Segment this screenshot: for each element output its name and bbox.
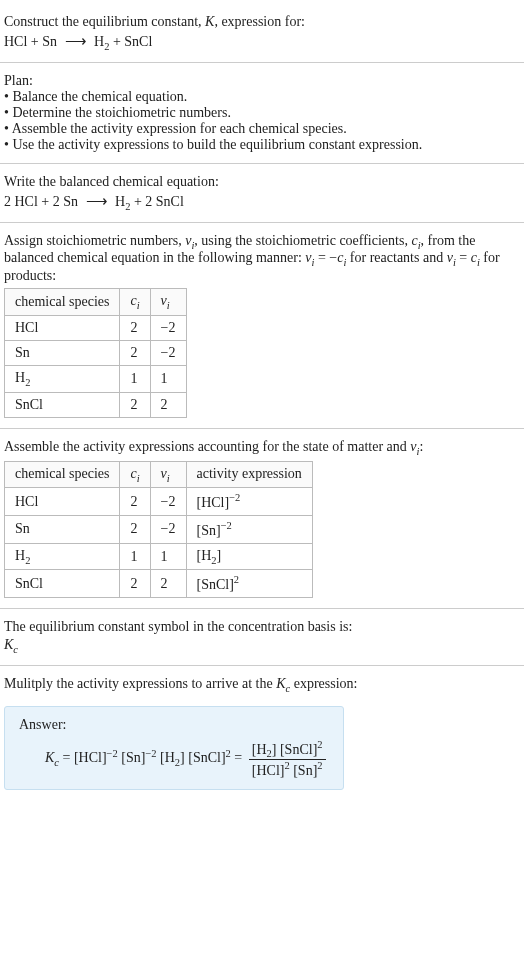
stoich-section: Assign stoichiometric numbers, νi, using… <box>0 227 524 424</box>
denominator: [HCl]2 [Sn]2 <box>249 760 326 779</box>
intro-line: Construct the equilibrium constant, K, e… <box>4 14 520 30</box>
bal-sn: 2 Sn <box>53 194 78 209</box>
num-a: [H <box>252 741 267 756</box>
cell-activity: [HCl]−2 <box>186 488 312 516</box>
table-header-row: chemical species ci νi activity expressi… <box>5 461 313 488</box>
plus2: + <box>130 194 145 209</box>
table-header-row: chemical species ci νi <box>5 289 187 316</box>
eq2: = <box>231 750 246 765</box>
cell-ci: 2 <box>120 570 150 598</box>
cell-species: HCl <box>5 488 120 516</box>
assemble-text: Assemble the activity expressions accoun… <box>4 439 520 457</box>
kc-symbol: Kc <box>4 637 520 655</box>
balanced-title: Write the balanced chemical equation: <box>4 174 520 190</box>
cell-species: SnCl <box>5 392 120 417</box>
cell-species: H2 <box>5 543 120 570</box>
answer-box: Answer: Kc = [HCl]−2 [Sn]−2 [H2] [SnCl]2… <box>4 706 344 790</box>
kc-intro-section: The equilibrium constant symbol in the c… <box>0 613 524 661</box>
table-row: Sn 2 −2 <box>5 340 187 365</box>
den-b: [Sn] <box>290 763 318 778</box>
table-row: SnCl 2 2 [SnCl]2 <box>5 570 313 598</box>
cell-nu: −2 <box>150 516 186 544</box>
th-ci: ci <box>120 289 150 316</box>
den-bexp: 2 <box>317 760 322 771</box>
plan-item-1: • Balance the chemical equation. <box>4 89 520 105</box>
bal-hcl: 2 HCl <box>4 194 38 209</box>
cell-species: H2 <box>5 365 120 392</box>
act-base: [Sn] <box>197 523 221 538</box>
den-a: [HCl] <box>252 763 285 778</box>
th-species: chemical species <box>5 461 120 488</box>
table-row: Sn 2 −2 [Sn]−2 <box>5 516 313 544</box>
stoich-a: Assign stoichiometric numbers, <box>4 233 185 248</box>
table-row: SnCl 2 2 <box>5 392 187 417</box>
num-aexp: 2 <box>317 739 322 750</box>
intro-K: K <box>205 14 214 29</box>
th-nu: νi <box>150 461 186 488</box>
cell-activity: [H2] <box>186 543 312 570</box>
t2: [Sn] <box>118 750 146 765</box>
plan-item-4: • Use the activity expressions to build … <box>4 137 520 153</box>
K: K <box>45 750 54 765</box>
divider <box>0 665 524 666</box>
divider <box>0 163 524 164</box>
K-csub: c <box>13 644 18 655</box>
plus2: + <box>109 34 124 49</box>
cell-nu: −2 <box>150 340 186 365</box>
fraction: [H2] [SnCl]2[HCl]2 [Sn]2 <box>249 739 326 779</box>
kc-intro-line: The equilibrium constant symbol in the c… <box>4 619 520 635</box>
eq: = <box>59 750 74 765</box>
act-exp: −2 <box>221 520 232 531</box>
th-ci: ci <box>120 461 150 488</box>
assemble-section: Assemble the activity expressions accoun… <box>0 433 524 604</box>
cell-nu: 2 <box>150 570 186 598</box>
e2: −2 <box>145 747 156 758</box>
divider <box>0 222 524 223</box>
cell-species: SnCl <box>5 570 120 598</box>
numerator: [H2] [SnCl]2 <box>249 739 326 760</box>
arrow-icon: ⟶ <box>86 192 108 209</box>
nu-i: i <box>167 300 170 311</box>
sp-sub: 2 <box>25 377 30 388</box>
cell-ci: 2 <box>120 488 150 516</box>
cell-species: Sn <box>5 516 120 544</box>
cell-species: Sn <box>5 340 120 365</box>
plus: + <box>27 34 42 49</box>
act-base: [SnCl] <box>197 577 234 592</box>
eq-hcl: HCl <box>4 34 27 49</box>
balanced-section: Write the balanced chemical equation: 2 … <box>0 168 524 218</box>
e1: −2 <box>107 747 118 758</box>
intro-equation: HCl + Sn ⟶ H2 + SnCl <box>4 32 520 52</box>
answer-equation: Kc = [HCl]−2 [Sn]−2 [H2] [SnCl]2 = [H2] … <box>19 739 329 779</box>
divider <box>0 608 524 609</box>
sp: H <box>15 370 25 385</box>
intro-post: , expression for: <box>214 14 305 29</box>
cell-ci: 2 <box>120 340 150 365</box>
sp: SnCl <box>15 397 43 412</box>
K: K <box>4 637 13 652</box>
t4: [SnCl] <box>185 750 226 765</box>
cell-ci: 2 <box>120 516 150 544</box>
table-row: HCl 2 −2 <box>5 315 187 340</box>
sp: Sn <box>15 345 30 360</box>
t1: [HCl] <box>74 750 107 765</box>
table-row: H2 1 1 [H2] <box>5 543 313 570</box>
assemble-b: : <box>419 439 423 454</box>
cell-ci: 1 <box>120 365 150 392</box>
stoich-text: Assign stoichiometric numbers, νi, using… <box>4 233 520 285</box>
intro-pre: Construct the equilibrium constant, <box>4 14 205 29</box>
plan-section: Plan: • Balance the chemical equation. •… <box>0 67 524 159</box>
arrow-icon: ⟶ <box>65 32 87 49</box>
t3: [H <box>157 750 175 765</box>
sp: H <box>15 548 25 563</box>
cell-species: HCl <box>5 315 120 340</box>
ci-i: i <box>137 300 140 311</box>
eq-neg: = − <box>314 250 337 265</box>
multiply-line: Mulitply the activity expressions to arr… <box>4 676 520 694</box>
cell-ci: 2 <box>120 315 150 340</box>
act-base: [HCl] <box>197 495 230 510</box>
sp-sub: 2 <box>25 554 30 565</box>
cell-nu: 1 <box>150 365 186 392</box>
eq-sncl: SnCl <box>124 34 152 49</box>
th-nu: νi <box>150 289 186 316</box>
